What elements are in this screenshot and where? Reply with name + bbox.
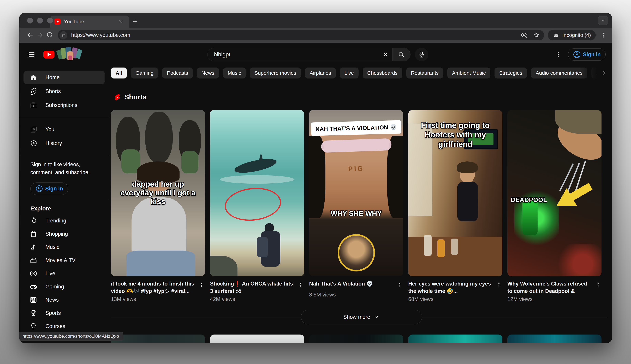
show-more-label: Show more [343,314,370,320]
settings-kebab-icon[interactable] [554,49,562,60]
bookmark-star-icon[interactable] [532,31,540,39]
sidebar-item-sports[interactable]: Sports [24,306,105,320]
sidebar-item-you[interactable]: You [24,122,105,136]
lightbulb-icon [29,322,38,330]
shorts-logo-icon [113,93,121,101]
reaction-inset-circle [338,234,375,272]
chip-restaurants[interactable]: Restaurants [406,68,443,78]
chip-superhero-movies[interactable]: Superhero movies [250,68,301,78]
search-button[interactable] [392,48,410,61]
subscriptions-icon [29,101,38,109]
chips-scroll-right-chevron-icon[interactable] [599,68,609,78]
incognito-badge[interactable]: Incognito (4) [548,30,596,40]
sidebar-item-movies-tv[interactable]: Movies & TV [24,254,105,267]
shorts-thumbnail-10[interactable] [507,334,601,343]
sidebar-item-label: Trending [46,218,66,224]
video-menu-kebab-icon[interactable] [297,280,304,290]
chip-gaming[interactable]: Gaming [131,68,158,78]
back-icon[interactable] [26,30,35,40]
chip-live[interactable]: Live [340,68,359,78]
video-title[interactable]: Shocking❗ An ORCA whale hits 3 surfers! … [210,280,297,295]
voice-search-mic-icon[interactable] [415,48,428,61]
new-tab-button[interactable] [129,16,141,28]
sidebar-item-subscriptions[interactable]: Subscriptions [24,98,105,112]
show-more-button[interactable]: Show more [301,310,422,324]
search-input[interactable] [213,51,380,58]
chip-podcasts[interactable]: Podcasts [162,68,193,78]
shorts-thumbnail-8[interactable] [309,334,403,343]
address-bar[interactable]: https://www.youtube.com [58,30,544,40]
person-icon [573,51,580,58]
video-title[interactable]: Nah That's A Violation 💀 [309,280,396,290]
chip-audio-commentaries[interactable]: Audio commentaries [531,68,587,78]
shorts-thumbnail-1[interactable]: dapped her up everyday until i got a kis… [111,110,205,276]
video-menu-kebab-icon[interactable] [396,280,403,290]
sidebar-item-shopping[interactable]: Shopping [24,228,105,240]
sidebar-item-music[interactable]: Music [24,240,105,254]
sign-in-label: Sign in [45,186,63,192]
shopping-bag-icon [29,230,38,238]
tab-title: YouTube [64,19,117,24]
sidebar-item-label: Shopping [46,231,68,237]
sidebar-item-history[interactable]: History [24,136,105,150]
chip-ambient-music[interactable]: Ambient Music [447,68,490,78]
video-title[interactable]: Her eyes were watching my eyes the whole… [408,280,495,295]
preview-disabled-eye-icon[interactable] [520,31,528,39]
sidebar-item-label: Movies & TV [46,257,76,264]
close-window-button[interactable] [27,18,33,24]
sidebar-item-courses[interactable]: Courses [24,320,105,333]
video-menu-kebab-icon[interactable] [495,280,502,290]
shorts-thumbnail-4[interactable]: First time going to Hooters with my girl… [408,110,502,276]
forward-icon[interactable] [35,30,45,40]
shorts-thumbnail-7[interactable] [210,334,304,343]
minimize-window-button[interactable] [37,18,43,24]
shorts-thumbnail-6[interactable] [111,334,205,343]
chip-airplanes[interactable]: Airplanes [305,68,336,78]
sidebar-item-label: Home [46,74,60,80]
sidebar-item-home[interactable]: Home [24,70,105,84]
browser-tab[interactable]: YouTube [50,16,129,28]
tab-bar: YouTube [19,13,612,28]
browser-menu-kebab-icon[interactable] [600,30,607,40]
site-info-icon[interactable] [60,31,67,39]
shorts-thumbnail-9[interactable] [408,334,502,343]
youtube-page: Sign in Home Shorts [19,43,612,343]
sidebar-item-label: Subscriptions [46,102,77,108]
thumbnail-banner-text: NAH THAT'S A VIOLATION 💀 [311,120,401,136]
header-sign-in-button[interactable]: Sign in [568,48,606,61]
clear-search-icon[interactable] [380,49,391,60]
sidebar-item-shorts[interactable]: Shorts [24,84,105,98]
chip-music[interactable]: Music [223,68,246,78]
reload-icon[interactable] [45,30,54,40]
shorts-section-header: Shorts [113,93,612,101]
sidebar-item-label: Shorts [46,88,61,94]
shorts-thumbnail-5[interactable]: DEADPOOL [507,110,601,276]
sidebar-item-gaming[interactable]: Gaming [24,280,105,293]
zoom-window-button[interactable] [47,18,53,24]
sidebar-divider [19,200,109,200]
search-field[interactable] [207,48,392,61]
video-views: 12M views [507,296,601,302]
chip-news[interactable]: News [197,68,219,78]
address-url[interactable]: https://www.youtube.com [71,32,520,38]
video-menu-kebab-icon[interactable] [595,280,601,290]
tab-search-chevron-icon[interactable] [598,16,608,25]
sidebar-item-trending[interactable]: Trending [24,214,105,227]
video-title[interactable]: Why Wolverine's Claws refused to come ou… [507,280,595,295]
chip-all[interactable]: All [111,68,127,78]
video-title[interactable]: it took me 4 months to finish this video… [111,280,198,295]
guide-hamburger-icon[interactable] [26,48,38,60]
close-tab-icon[interactable] [117,18,125,26]
chip-strategies[interactable]: Strategies [494,68,527,78]
incognito-label: Incognito (4) [562,32,591,38]
shorts-thumbnail-3[interactable]: NAH THAT'S A VIOLATION 💀 PIG WHY SHE WHY [309,110,403,276]
sidebar-item-label: News [46,297,59,303]
video-menu-kebab-icon[interactable] [198,280,205,290]
sidebar-item-live[interactable]: Live [24,267,105,280]
sidebar-sign-in-button[interactable]: Sign in [30,182,68,195]
shorts-thumbnail-2[interactable] [210,110,304,276]
sign-in-label: Sign in [583,52,601,58]
chip-chessboards[interactable]: Chessboards [363,68,402,78]
youtube-logo[interactable] [43,46,83,62]
sidebar-item-news[interactable]: News [24,294,105,306]
